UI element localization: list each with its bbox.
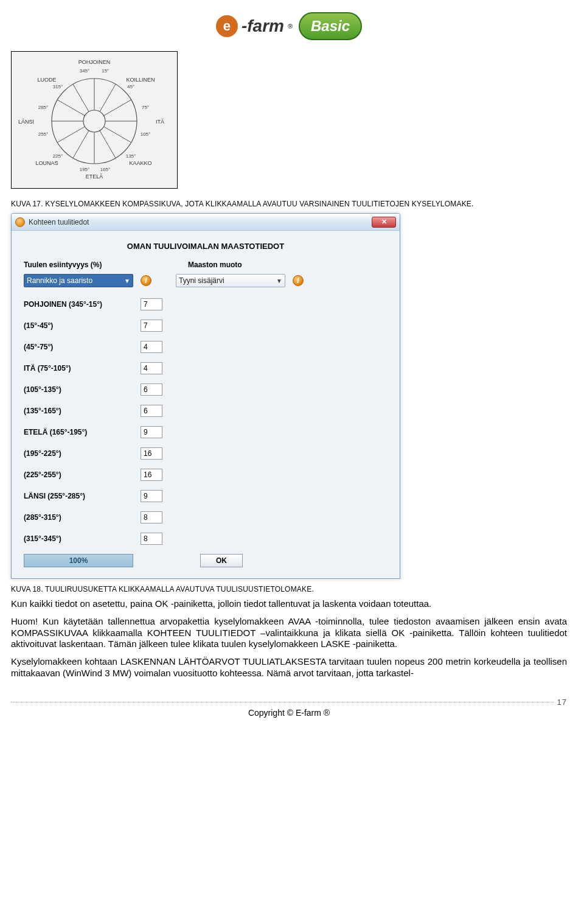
compass-label-ne: KOILLINEN — [126, 77, 155, 83]
info-icon[interactable]: i — [141, 275, 151, 286]
svg-text:255°: 255° — [38, 131, 49, 137]
direction-input[interactable] — [141, 533, 162, 545]
registered-mark: ® — [288, 23, 293, 30]
basic-badge: Basic — [299, 12, 362, 40]
svg-text:105°: 105° — [141, 131, 151, 137]
direction-input[interactable] — [141, 426, 162, 438]
info-icon[interactable]: i — [293, 275, 304, 286]
direction-input[interactable] — [141, 447, 162, 460]
direction-label: ITÄ (75°-105°) — [24, 364, 133, 373]
direction-input[interactable] — [141, 320, 162, 332]
direction-row: (135°-165°) — [24, 405, 388, 417]
svg-line-4 — [104, 100, 131, 116]
svg-text:345°: 345° — [80, 68, 90, 74]
dialog-titlebar: Kohteen tuulitiedot ✕ — [12, 214, 400, 231]
compass-label-sw: LOUNAS — [35, 160, 58, 166]
direction-row: ETELÄ (165°-195°) — [24, 426, 388, 438]
svg-text:15°: 15° — [102, 68, 109, 74]
direction-label: (45°-75°) — [24, 343, 133, 351]
direction-row: (15°-45°) — [24, 320, 388, 332]
dialog-title: Kohteen tuulitiedot — [29, 218, 372, 226]
direction-input[interactable] — [141, 511, 162, 523]
body-para-3: Kyselylomakkeen kohtaan LASKENNAN LÄHTÖA… — [11, 656, 567, 679]
compass-label-s: ETELÄ — [86, 173, 103, 180]
svg-text:135°: 135° — [126, 153, 136, 159]
copyright: Copyright © E-farm ® — [11, 708, 567, 718]
svg-line-13 — [73, 84, 89, 111]
close-button[interactable]: ✕ — [372, 217, 396, 228]
wind-data-dialog: Kohteen tuulitiedot ✕ OMAN TUULIVOIMALAN… — [11, 213, 400, 579]
compass-label-e: ITÄ — [156, 119, 164, 125]
svg-line-6 — [104, 127, 131, 142]
col-label-terrain: Maaston muoto — [188, 261, 242, 269]
direction-label: ETELÄ (165°-195°) — [24, 428, 133, 436]
caption-kuva17: KUVA 17. KYSELYLOMAKKEEN KOMPASSIKUVA, J… — [11, 200, 567, 208]
compass-label-se: KAAKKO — [129, 160, 151, 166]
ok-button[interactable]: OK — [200, 554, 243, 567]
direction-row: (45°-75°) — [24, 341, 388, 353]
direction-input[interactable] — [141, 341, 162, 353]
col-label-frequency: Tuulen esiintyvyys (%) — [24, 261, 166, 269]
svg-line-10 — [57, 127, 85, 142]
svg-text:165°: 165° — [100, 167, 111, 172]
svg-line-3 — [100, 84, 116, 111]
page-number: 17 — [557, 698, 567, 707]
body-para-1: Kun kaikki tiedot on asetettu, paina OK … — [11, 598, 567, 610]
frequency-select-value: Rannikko ja saaristo — [27, 276, 92, 285]
efarm-text: -farm — [242, 16, 284, 36]
app-icon — [15, 217, 25, 227]
efarm-e-icon: e — [216, 15, 238, 37]
direction-label: (315°-345°) — [24, 534, 133, 543]
direction-input[interactable] — [141, 298, 162, 310]
direction-row: (225°-255°) — [24, 469, 388, 481]
svg-line-7 — [100, 131, 116, 158]
direction-row: (105°-135°) — [24, 383, 388, 396]
direction-label: POHJOINEN (345°-15°) — [24, 300, 133, 309]
header-logos: e -farm ® Basic — [11, 12, 567, 40]
chevron-down-icon: ▼ — [124, 278, 130, 284]
caption-kuva18: KUVA 18. TUULIRUUSUKETTA KLIKKAAMALLA AV… — [11, 585, 567, 593]
direction-label: (105°-135°) — [24, 385, 133, 394]
direction-label: (15°-45°) — [24, 321, 133, 330]
direction-input[interactable] — [141, 490, 162, 502]
svg-text:75°: 75° — [142, 105, 149, 110]
direction-row: (195°-225°) — [24, 447, 388, 460]
svg-text:315°: 315° — [53, 84, 63, 89]
svg-text:195°: 195° — [80, 167, 90, 172]
direction-row: LÄNSI (255°-285°) — [24, 490, 388, 502]
direction-label: (225°-255°) — [24, 471, 133, 479]
direction-label: (285°-315°) — [24, 513, 133, 522]
svg-text:285°: 285° — [38, 105, 49, 110]
compass-figure: POHJOINEN KOILLINEN ITÄ KAAKKO ETELÄ LOU… — [11, 51, 178, 189]
direction-label: LÄNSI (255°-285°) — [24, 492, 133, 500]
svg-line-12 — [57, 100, 85, 116]
terrain-select-value: Tyyni sisäjärvi — [179, 276, 224, 285]
sum-bar: 100% — [24, 554, 133, 567]
direction-row: POHJOINEN (345°-15°) — [24, 298, 388, 310]
direction-input[interactable] — [141, 405, 162, 417]
chevron-down-icon: ▼ — [276, 278, 282, 284]
direction-input[interactable] — [141, 383, 162, 396]
direction-row: ITÄ (75°-105°) — [24, 362, 388, 374]
compass-label-n: POHJOINEN — [78, 59, 111, 65]
svg-text:45°: 45° — [127, 84, 134, 89]
svg-line-9 — [73, 131, 89, 158]
svg-point-1 — [83, 110, 105, 132]
compass-label-w: LÄNSI — [18, 119, 34, 125]
efarm-logo: e -farm ® — [216, 12, 293, 40]
direction-row: (285°-315°) — [24, 511, 388, 523]
svg-text:225°: 225° — [53, 153, 63, 159]
compass-label-nw: LUODE — [37, 77, 56, 83]
direction-input[interactable] — [141, 362, 162, 374]
direction-input[interactable] — [141, 469, 162, 481]
direction-label: (195°-225°) — [24, 449, 133, 458]
direction-row: (315°-345°) — [24, 533, 388, 545]
dialog-section-title: OMAN TUULIVOIMALAN MAASTOTIEDOT — [24, 242, 388, 251]
direction-label: (135°-165°) — [24, 407, 133, 415]
body-para-2: Huom! Kun käytetään tallennettua arvopak… — [11, 616, 567, 650]
terrain-select[interactable]: Tyyni sisäjärvi ▼ — [176, 274, 285, 287]
frequency-select[interactable]: Rannikko ja saaristo ▼ — [24, 274, 133, 287]
